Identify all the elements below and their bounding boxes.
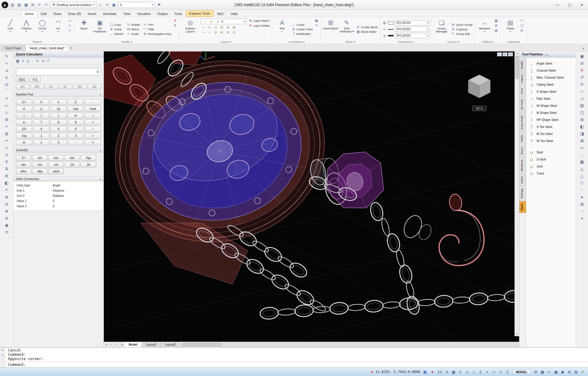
calculator-key[interactable]: 4	[33, 126, 49, 132]
calculator-key[interactable]: ln	[16, 140, 32, 145]
ribbon-collapse-icon[interactable]: ▴	[579, 47, 587, 51]
calculator-key[interactable]: x²	[16, 106, 32, 112]
quick-access-icon[interactable]: ▣	[111, 2, 117, 8]
ribbon-tool[interactable]: ▤ Paste ▾	[503, 19, 518, 33]
ribbon-tool[interactable]: ↔ Linear	[292, 23, 313, 27]
calculator-key[interactable]: sin	[32, 155, 47, 161]
ribbon-tab[interactable]: Help	[228, 11, 241, 17]
linetype-control[interactable]: ≡ BYLAYER▾	[382, 27, 429, 32]
toolbar-icon[interactable]: ⌖	[3, 186, 10, 193]
panel-label[interactable]: Block ▾	[321, 40, 380, 43]
palette-tab[interactable]: Windows	[519, 157, 526, 174]
titlebar-layer-combo[interactable]: 0 ▾	[118, 2, 155, 8]
status-toggle-icon[interactable]: ∠	[478, 370, 483, 374]
calculator-key[interactable]: ¹⁄ₓ	[33, 106, 49, 112]
calculator-toolbar-icon[interactable]: ?	[47, 59, 49, 63]
tool-icon[interactable]: ▦	[315, 19, 318, 23]
toolbar-icon[interactable]: ✎	[3, 53, 10, 59]
ribbon-tab[interactable]: Visualize	[134, 11, 154, 17]
tool-icon[interactable]: ⇅	[173, 24, 177, 28]
ribbon-tool[interactable]: ↔ Stretch	[109, 32, 123, 36]
calculator-key[interactable]: xʸ	[16, 119, 32, 125]
status-tool-icon[interactable]: ▦	[540, 370, 545, 374]
tool-icon[interactable]: ◉	[494, 28, 498, 32]
ribbon-tab[interactable]: View	[120, 11, 134, 17]
ribbon-tool[interactable]: ◯ Circle ▾	[35, 19, 50, 33]
layer-match-button[interactable]: ⊞ Layer Match	[248, 19, 269, 23]
layer-tool-icon[interactable]: ◑	[201, 30, 206, 35]
new-tab-button[interactable]: +	[69, 46, 74, 51]
calculator-key[interactable]: C	[68, 99, 84, 105]
status-toggle-icon[interactable]: ▦	[451, 370, 456, 374]
calculator-key[interactable]: ±	[33, 140, 49, 145]
layout-nav-button[interactable]: ›	[114, 342, 119, 347]
calculator-key[interactable]: )	[50, 113, 66, 118]
toolbar-icon[interactable]: ◨	[579, 130, 586, 137]
toolbar-icon[interactable]: ▱	[3, 144, 10, 151]
toolbar-icon[interactable]: @	[3, 130, 10, 137]
units-value[interactable]: 0	[53, 205, 55, 208]
calculator-key[interactable]: csc	[32, 162, 47, 167]
palette-item[interactable]: ∟ Angle Steel	[526, 60, 576, 67]
status-tool-icon[interactable]: ◉	[560, 370, 565, 374]
tool-icon[interactable]: ▭	[68, 19, 72, 23]
calculator-key[interactable]: |x|	[81, 162, 96, 167]
calculator-display[interactable]: 0	[16, 68, 101, 75]
tracking-arrow-icon[interactable]: ➤	[430, 370, 435, 374]
panel-label[interactable]: Layers ▾	[179, 40, 272, 43]
toolbar-icon[interactable]: ⌗	[3, 123, 10, 130]
palette-item[interactable]: ⊔ Track	[526, 170, 576, 177]
toolbar-icon[interactable]: ▭	[3, 102, 10, 109]
ribbon-tool[interactable]: ⋈ Mirror	[126, 27, 140, 31]
ribbon-tool[interactable]: ✎ Edit Attributes ▾	[339, 19, 354, 33]
toolbar-icon[interactable]: △	[579, 172, 586, 179]
ribbon-tool[interactable]: ↔ Measure ▾	[477, 19, 492, 33]
annotation-scale[interactable]: 1:1	[438, 370, 442, 374]
layer-tool-icon[interactable]: ☀	[207, 25, 212, 30]
panel-label[interactable]: Groups ▾	[432, 40, 474, 43]
toolbar-icon[interactable]: ◍	[579, 201, 586, 207]
quick-access-icon[interactable]: ▤	[9, 2, 16, 8]
toolbar-icon[interactable]: ▦	[579, 158, 586, 165]
palette-item[interactable]: T M Tee Steel	[526, 130, 576, 137]
palette-item[interactable]: I HP Shape Steel	[526, 116, 576, 123]
tool-icon[interactable]: ✎	[315, 24, 318, 28]
calculator-key[interactable]: rand	[48, 168, 64, 174]
layout-nav-button[interactable]: «	[104, 342, 109, 347]
palette-item[interactable]: ⊔ Joist	[526, 163, 576, 170]
viewport-window-button[interactable]: ✕	[508, 52, 513, 56]
ribbon-tool[interactable]: ❏ Copy	[109, 23, 123, 27]
status-tool-icon[interactable]: ⊕	[567, 370, 572, 374]
units-value[interactable]: Radians	[53, 194, 64, 197]
palette-tab[interactable]: Inquiry	[519, 72, 526, 85]
ribbon-tool[interactable]: ⊕ Clone	[109, 27, 123, 31]
toolbar-icon[interactable]: ●	[579, 194, 586, 200]
status-toggle-icon[interactable]: A	[444, 370, 450, 374]
calculator-key[interactable]: exp	[68, 106, 84, 112]
layer-tool-icon[interactable]: ⊙	[213, 25, 218, 30]
panel-label[interactable]: Modify ▾	[74, 40, 179, 43]
ribbon-tab[interactable]: Annotate	[100, 11, 119, 17]
ribbon-tab[interactable]: Tools	[171, 11, 185, 17]
tool-icon[interactable]: ❏	[520, 24, 524, 28]
layout-tab[interactable]: Layout1	[142, 342, 161, 347]
ribbon-tab[interactable]: Draw 3D	[65, 11, 84, 17]
ribbon-tool[interactable]: ✂ Trim	[143, 23, 171, 27]
calculator-key[interactable]: sec	[16, 162, 31, 167]
tool-icon[interactable]: ✂	[520, 19, 524, 23]
snap-grid-icon[interactable]: ▦	[422, 370, 428, 374]
calculator-key[interactable]: hyp	[81, 155, 96, 161]
calculator-key[interactable]: .	[68, 140, 84, 145]
layer-delete-button[interactable]: ✕ Layer Delete	[248, 24, 270, 28]
toolbar-icon[interactable]: ↺	[579, 74, 586, 81]
toolbar-icon[interactable]: ⊿	[3, 67, 10, 73]
ribbon-tool[interactable]: ╱ Line ▾	[3, 19, 18, 33]
layer-tool-icon[interactable]: ⊡	[219, 25, 224, 30]
quick-access-icon[interactable]: ↷	[43, 2, 49, 8]
panel-label[interactable]: Draw ▾	[1, 40, 74, 43]
units-value[interactable]: Degrees	[53, 189, 64, 192]
calculator-key[interactable]: n!	[68, 113, 84, 118]
workspace-combo[interactable]: ⚙ Drafting and Annotation ▾	[51, 2, 96, 8]
palette-item[interactable]: T W Tee Steel	[526, 137, 576, 145]
numberpad-section-header[interactable]: Number Pad ▴	[13, 92, 104, 97]
